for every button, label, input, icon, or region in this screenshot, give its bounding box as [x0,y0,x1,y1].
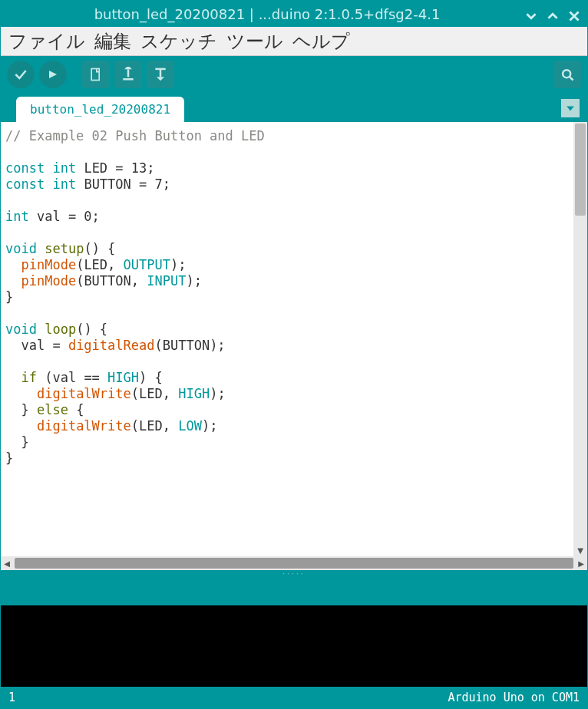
close-icon[interactable] [569,8,580,19]
svg-rect-6 [123,78,133,81]
svg-rect-3 [91,69,99,81]
menubar: ファイル 編集 スケッチ ツール ヘルプ [1,27,587,56]
console-output[interactable] [1,605,587,687]
menu-edit[interactable]: 編集 [91,28,134,55]
hscroll-thumb[interactable] [15,558,573,569]
minimize-icon[interactable] [526,8,537,19]
maximize-icon[interactable] [547,8,558,19]
upload-button[interactable] [39,61,67,88]
scroll-thumb[interactable] [575,124,586,216]
new-button[interactable] [82,61,110,88]
svg-marker-5 [124,67,132,69]
menu-file[interactable]: ファイル [5,28,88,55]
board-info: Arduino Uno on COM1 [448,691,580,704]
app-window: button_led_20200821 | ...duino 2:1.0.5+d… [0,0,588,709]
scroll-right-icon[interactable]: ▶ [575,559,587,568]
vertical-scrollbar[interactable]: ▲ ▼ [573,122,587,556]
open-button[interactable] [114,61,142,88]
verify-button[interactable] [7,61,35,88]
svg-point-10 [563,70,570,77]
footer: 1 Arduino Uno on COM1 [1,687,587,708]
tab-menu-button[interactable] [561,99,580,117]
line-number: 1 [8,691,448,704]
titlebar[interactable]: button_led_20200821 | ...duino 2:1.0.5+d… [1,1,587,27]
horizontal-scrollbar[interactable]: ◀ ▶ [1,556,587,570]
menu-help[interactable]: ヘルプ [289,28,353,55]
code-editor[interactable]: // Example 02 Push Button and LED const … [1,122,573,556]
scroll-down-icon[interactable]: ▼ [573,544,587,556]
sketch-tab[interactable]: button_led_20200821 [16,97,184,122]
serial-monitor-button[interactable] [553,61,581,88]
window-title: button_led_20200821 | ...duino 2:1.0.5+d… [8,6,526,22]
scroll-left-icon[interactable]: ◀ [1,559,13,568]
svg-marker-2 [49,71,57,78]
save-button[interactable] [147,61,174,88]
svg-line-11 [570,77,573,80]
status-strip [1,578,587,605]
svg-marker-12 [567,107,574,111]
editor-area: // Example 02 Push Button and LED const … [1,122,587,578]
pane-grip[interactable]: ····· [1,570,587,578]
toolbar [1,56,587,93]
tabbar: button_led_20200821 [1,93,587,122]
menu-sketch[interactable]: スケッチ [137,28,220,55]
svg-rect-9 [155,68,165,71]
svg-marker-8 [157,77,164,81]
menu-tools[interactable]: ツール [223,28,286,55]
